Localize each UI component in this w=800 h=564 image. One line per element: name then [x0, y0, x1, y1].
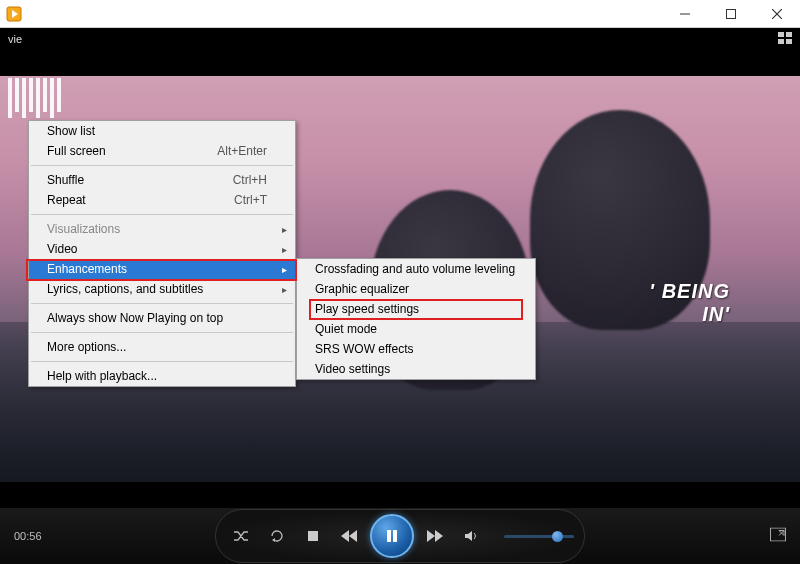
menu-label: Graphic equalizer [315, 282, 409, 296]
svg-rect-3 [727, 9, 736, 18]
menu-label: SRS WOW effects [315, 342, 413, 356]
submenu-arrow-icon: ▸ [282, 244, 287, 255]
repeat-button[interactable] [262, 521, 292, 551]
seek-bar[interactable] [6, 492, 794, 494]
switch-view-icon[interactable] [778, 32, 792, 47]
menu-label: Play speed settings [315, 302, 419, 316]
submenu-quiet-mode[interactable]: Quiet mode [297, 319, 535, 339]
menu-shortcut: Ctrl+H [203, 173, 267, 187]
menu-shortcut: Alt+Enter [187, 144, 267, 158]
svg-marker-10 [272, 538, 275, 542]
menu-label: Crossfading and auto volume leveling [315, 262, 515, 276]
menu-label: Repeat [47, 193, 86, 207]
menu-label: Quiet mode [315, 322, 377, 336]
submenu-arrow-icon: ▸ [282, 284, 287, 295]
menu-separator [31, 361, 293, 362]
app-icon [6, 6, 22, 22]
menu-label: Shuffle [47, 173, 84, 187]
menu-label: Lyrics, captions, and subtitles [47, 282, 203, 296]
menu-label: Video [47, 242, 77, 256]
submenu-srs-wow[interactable]: SRS WOW effects [297, 339, 535, 359]
menu-lyrics[interactable]: Lyrics, captions, and subtitles ▸ [29, 279, 295, 299]
caption-line: IN' [649, 303, 730, 326]
menu-always-on-top[interactable]: Always show Now Playing on top [29, 308, 295, 328]
menu-label: Help with playback... [47, 369, 157, 383]
submenu-video-settings[interactable]: Video settings [297, 359, 535, 379]
context-menu: Show list Full screen Alt+Enter Shuffle … [28, 120, 296, 387]
now-playing-header: vie [0, 28, 800, 50]
menu-label: More options... [47, 340, 126, 354]
window-buttons [662, 0, 800, 28]
window-titlebar [0, 0, 800, 28]
fullscreen-button[interactable] [770, 528, 786, 545]
time-elapsed: 00:56 [14, 530, 42, 542]
seek-progress [6, 492, 140, 494]
svg-rect-7 [786, 32, 792, 37]
menu-more-options[interactable]: More options... [29, 337, 295, 357]
menu-repeat[interactable]: Repeat Ctrl+T [29, 190, 295, 210]
menu-full-screen[interactable]: Full screen Alt+Enter [29, 141, 295, 161]
svg-rect-6 [778, 32, 784, 37]
menu-video[interactable]: Video ▸ [29, 239, 295, 259]
menu-label: Always show Now Playing on top [47, 311, 223, 325]
submenu-arrow-icon: ▸ [282, 224, 287, 235]
svg-rect-14 [387, 530, 391, 542]
menu-label: Video settings [315, 362, 390, 376]
shuffle-button[interactable] [226, 521, 256, 551]
menu-help-playback[interactable]: Help with playback... [29, 366, 295, 386]
menu-separator [31, 332, 293, 333]
menu-separator [31, 165, 293, 166]
svg-marker-17 [435, 530, 443, 542]
close-button[interactable] [754, 0, 800, 28]
previous-button[interactable] [334, 521, 364, 551]
enhancements-submenu: Crossfading and auto volume leveling Gra… [296, 258, 536, 380]
menu-label: Enhancements [47, 262, 127, 276]
volume-slider[interactable] [504, 535, 574, 538]
video-caption: ' BEING IN' [649, 280, 730, 326]
menu-shortcut: Ctrl+T [204, 193, 267, 207]
play-pause-button[interactable] [370, 514, 414, 558]
menu-visualizations[interactable]: Visualizations ▸ [29, 219, 295, 239]
svg-marker-16 [427, 530, 435, 542]
stop-button[interactable] [298, 521, 328, 551]
now-playing-label: vie [8, 33, 22, 45]
menu-separator [31, 303, 293, 304]
menu-shuffle[interactable]: Shuffle Ctrl+H [29, 170, 295, 190]
transport-controls [215, 509, 585, 563]
svg-rect-11 [308, 531, 318, 541]
submenu-crossfading[interactable]: Crossfading and auto volume leveling [297, 259, 535, 279]
menu-label: Full screen [47, 144, 106, 158]
menu-label: Show list [47, 124, 95, 138]
minimize-button[interactable] [662, 0, 708, 28]
svg-rect-15 [393, 530, 397, 542]
submenu-play-speed[interactable]: Play speed settings [297, 299, 535, 319]
svg-marker-13 [341, 530, 349, 542]
next-button[interactable] [420, 521, 450, 551]
svg-rect-8 [778, 39, 784, 44]
menu-label: Visualizations [47, 222, 120, 236]
player-controls: 00:56 [0, 508, 800, 564]
caption-line: ' BEING [649, 280, 730, 303]
menu-separator [31, 214, 293, 215]
svg-rect-9 [786, 39, 792, 44]
watermark-icon [8, 78, 61, 118]
menu-enhancements[interactable]: Enhancements ▸ [29, 259, 295, 279]
maximize-button[interactable] [708, 0, 754, 28]
svg-marker-18 [465, 531, 472, 541]
submenu-arrow-icon: ▸ [282, 264, 287, 275]
mute-button[interactable] [456, 521, 486, 551]
submenu-graphic-equalizer[interactable]: Graphic equalizer [297, 279, 535, 299]
svg-marker-12 [349, 530, 357, 542]
menu-show-list[interactable]: Show list [29, 121, 295, 141]
